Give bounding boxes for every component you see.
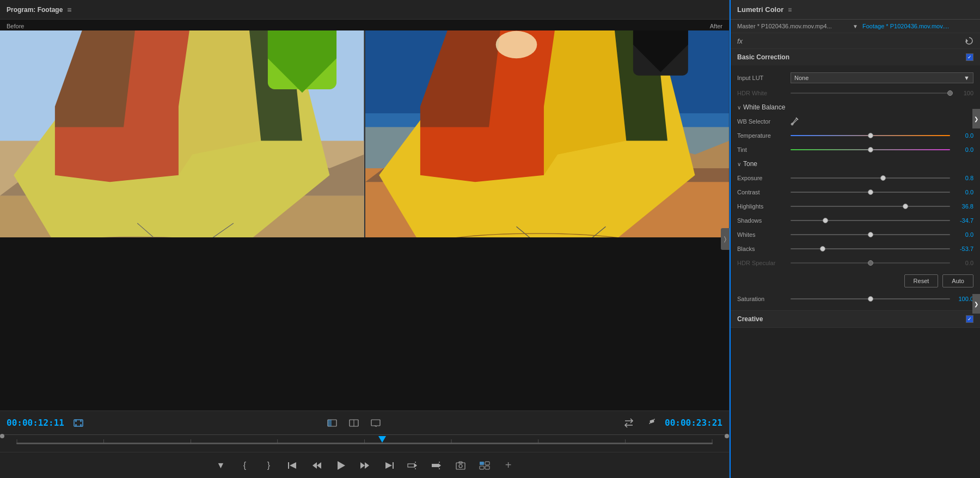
resolution-btn[interactable] [324, 415, 340, 431]
contrast-thumb[interactable] [868, 189, 873, 195]
program-panel: Program: Footage ≡ Before After [0, 0, 730, 478]
before-frame [0, 30, 364, 237]
shadows-slider[interactable] [791, 216, 950, 225]
temperature-row: Temperature 0.0 [737, 128, 973, 143]
whites-slider[interactable] [791, 230, 950, 239]
program-panel-title: Program: Footage [7, 6, 63, 14]
step-forward-icon[interactable] [357, 458, 372, 473]
exposure-slider[interactable] [791, 174, 950, 182]
tint-slider[interactable] [791, 145, 950, 154]
button-editor-icon[interactable] [477, 458, 492, 473]
saturation-thumb[interactable] [868, 296, 873, 302]
before-after-labels: Before After [0, 20, 729, 33]
exposure-track [791, 177, 950, 179]
timeline-playhead[interactable] [378, 436, 386, 443]
svg-rect-40 [80, 424, 82, 426]
export-frame-icon[interactable] [453, 458, 468, 473]
insert-icon[interactable] [405, 458, 420, 473]
svg-rect-67 [480, 462, 484, 465]
monitor-btn[interactable] [368, 415, 383, 431]
fx-label: fx [737, 37, 743, 45]
compare-btn[interactable] [346, 415, 362, 431]
mark-in-icon[interactable]: { [237, 458, 253, 473]
tint-thumb[interactable] [868, 147, 873, 152]
clip-dropdown-arrow[interactable]: ▼ [853, 23, 858, 29]
add-button[interactable]: + [501, 458, 516, 473]
timeline-start-dot [0, 434, 4, 438]
tint-value: 0.0 [954, 146, 973, 153]
play-button[interactable] [333, 458, 348, 473]
input-lut-select[interactable]: None ▼ [791, 72, 973, 83]
tone-title: Tone [743, 160, 757, 168]
timeline-track[interactable]: | | | | | | | | | [16, 443, 713, 444]
contrast-slider[interactable] [791, 188, 950, 197]
temperature-thumb[interactable] [868, 133, 873, 138]
timeline-controls: 00:00:12:11 [0, 410, 729, 434]
blacks-slider[interactable] [791, 244, 950, 253]
basic-correction-header[interactable]: Basic Correction ✓ [731, 49, 980, 65]
blacks-label: Blacks [737, 246, 786, 252]
bottom-collapse-arrow[interactable]: ❯ [972, 294, 980, 314]
contrast-label: Contrast [737, 189, 786, 195]
mark-out-icon[interactable]: } [261, 458, 277, 473]
input-lut-label: Input LUT [737, 75, 786, 81]
creative-section-header[interactable]: Creative ✓ [731, 311, 980, 327]
creative-checkbox[interactable]: ✓ [966, 315, 973, 323]
highlights-slider[interactable] [791, 202, 950, 211]
tone-header[interactable]: ∨ Tone [737, 157, 973, 171]
auto-button[interactable]: Auto [942, 274, 973, 287]
svg-rect-37 [75, 420, 77, 422]
shadows-row: Shadows -34.7 [737, 213, 973, 228]
svg-marker-53 [365, 462, 369, 469]
lumetri-panel: Lumetri Color ≡ Master * P1020436.mov.mo… [730, 0, 980, 478]
overwrite-icon[interactable] [429, 458, 444, 473]
footage-clip-name[interactable]: Footage * P1020436.mov.mov.... [862, 23, 973, 29]
svg-marker-61 [438, 463, 441, 468]
contrast-value: 0.0 [954, 189, 973, 195]
eyedropper-icon[interactable] [791, 117, 799, 126]
hdr-specular-label: HDR Specular [737, 260, 786, 266]
whites-thumb[interactable] [868, 232, 873, 237]
white-balance-header[interactable]: ∨ White Balance [737, 100, 973, 114]
highlights-thumb[interactable] [903, 204, 908, 209]
lumetri-header: Lumetri Color ≡ [731, 0, 980, 20]
reset-button[interactable]: Reset [904, 274, 939, 287]
lumetri-menu-icon[interactable]: ≡ [788, 6, 792, 14]
panel-edge-controls: ❯ ❯ [972, 109, 980, 314]
svg-rect-56 [408, 464, 414, 467]
temperature-slider[interactable] [791, 131, 950, 140]
timeline-end-dot [725, 434, 729, 438]
shadows-thumb[interactable] [823, 218, 828, 223]
highlights-label: Highlights [737, 203, 786, 210]
mark-icon[interactable]: ▼ [213, 458, 229, 473]
hdr-specular-thumb[interactable] [868, 260, 873, 266]
tint-label: Tint [737, 146, 786, 153]
saturation-slider[interactable] [791, 295, 950, 303]
hdr-white-slider[interactable] [791, 89, 950, 97]
reset-auto-row: Reset Auto [737, 270, 973, 292]
step-back-icon[interactable] [309, 458, 324, 473]
master-clip-name[interactable]: Master * P1020436.mov.mov.mp4... [737, 23, 848, 29]
go-to-in-icon[interactable] [285, 458, 301, 473]
hdr-white-thumb[interactable] [947, 90, 953, 96]
film-icon[interactable] [71, 415, 86, 431]
wb-selector-label: WB Selector [737, 118, 786, 125]
timeline-bar[interactable]: | | | | | | | | | [0, 434, 729, 452]
go-to-out-icon[interactable] [381, 458, 396, 473]
playback-controls: ▼ { } [0, 452, 729, 478]
lumetri-content[interactable]: Basic Correction ✓ Input LUT None ▼ [731, 49, 980, 478]
basic-correction-checkbox[interactable]: ✓ [966, 53, 973, 61]
whites-track [791, 234, 950, 235]
top-collapse-arrow[interactable]: ❯ [972, 109, 980, 128]
exposure-thumb[interactable] [880, 175, 886, 181]
hdr-white-label: HDR White [737, 90, 786, 96]
fx-reset-icon[interactable] [965, 36, 973, 45]
swap-icon[interactable] [621, 415, 636, 431]
program-panel-menu-icon[interactable]: ≡ [67, 5, 71, 14]
svg-rect-45 [371, 420, 380, 426]
blacks-thumb[interactable] [820, 246, 825, 252]
timecode-total: 00:00:23:21 [665, 418, 722, 428]
settings-icon[interactable] [643, 415, 658, 431]
basic-correction-label: Basic Correction [737, 53, 789, 61]
hdr-specular-slider[interactable] [791, 259, 950, 267]
